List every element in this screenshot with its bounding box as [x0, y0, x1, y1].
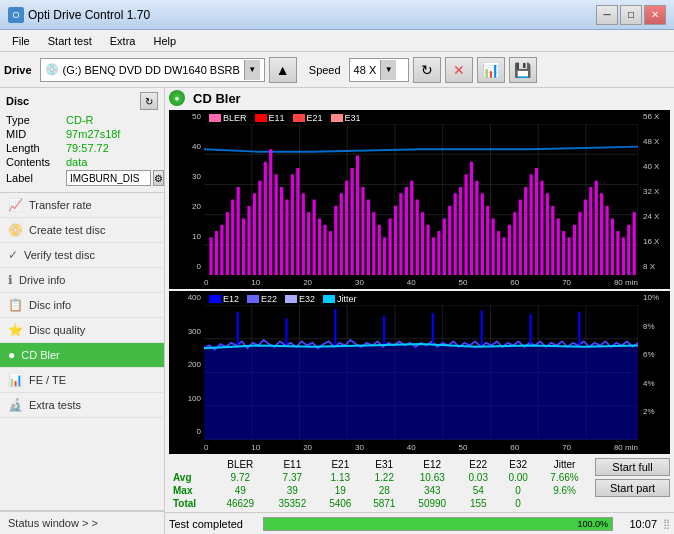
speed-dropdown-arrow[interactable]: ▼ [380, 60, 396, 80]
drive-select[interactable]: 💿 (G:) BENQ DVD DD DW1640 BSRB ▼ [40, 58, 265, 82]
e22-label: E22 [261, 294, 277, 304]
sidebar-item-fe-te[interactable]: 📊 FE / TE [0, 368, 164, 393]
yr-48x: 48 X [640, 137, 670, 146]
svg-rect-20 [237, 187, 240, 275]
speed-select[interactable]: 48 X ▼ [349, 58, 409, 82]
top-chart-y-axis-right: 56 X 48 X 40 X 32 X 24 X 16 X 8 X [640, 110, 670, 273]
total-e12: 50990 [406, 497, 458, 510]
contents-key: Contents [6, 156, 66, 168]
svg-rect-70 [508, 225, 511, 275]
sidebar-item-label-drive-info: Drive info [19, 274, 65, 286]
svg-rect-86 [595, 181, 598, 275]
max-jitter: 9.6% [538, 484, 591, 497]
svg-rect-111 [334, 309, 336, 345]
svg-rect-79 [557, 218, 560, 275]
minimize-button[interactable]: ─ [596, 5, 618, 25]
drive-value: (G:) BENQ DVD DD DW1640 BSRB [63, 64, 240, 76]
y-0: 0 [169, 262, 204, 271]
y-400: 400 [169, 293, 204, 302]
progress-bar-container: 100.0% [263, 517, 613, 531]
th-e32: E32 [498, 458, 538, 471]
label-key: Label [6, 172, 66, 184]
max-e31: 28 [362, 484, 406, 497]
start-full-button[interactable]: Start full [595, 458, 670, 476]
menu-help[interactable]: Help [145, 33, 184, 49]
top-chart-plot [204, 124, 638, 275]
table-wrapper: BLER E11 E21 E31 E12 E22 E32 Jitter [169, 458, 591, 510]
start-part-button[interactable]: Start part [595, 479, 670, 497]
top-chart: BLER E11 E21 E31 [169, 110, 670, 289]
progress-bar-fill [264, 518, 612, 530]
svg-rect-26 [269, 149, 272, 275]
create-test-disc-icon: 📀 [8, 223, 23, 237]
svg-rect-28 [280, 187, 283, 275]
svg-rect-82 [573, 225, 576, 275]
data-table: BLER E11 E21 E31 E12 E22 E32 Jitter [169, 458, 591, 510]
sidebar-item-verify-test-disc[interactable]: ✓ Verify test disc [0, 243, 164, 268]
statusbar: Test completed 100.0% 10:07 ⣿ [165, 512, 674, 534]
sidebar-item-disc-info[interactable]: 📋 Disc info [0, 293, 164, 318]
bottom-chart-y-axis-left: 400 300 200 100 0 [169, 291, 204, 438]
svg-rect-68 [497, 231, 500, 275]
svg-rect-110 [285, 319, 287, 346]
x-80min: 80 min [614, 278, 638, 287]
type-value: CD-R [66, 114, 94, 126]
x-10: 10 [251, 278, 260, 287]
drive-dropdown-arrow[interactable]: ▼ [244, 60, 260, 80]
svg-rect-113 [432, 313, 434, 345]
yr-32x: 32 X [640, 187, 670, 196]
eject-button[interactable]: ▲ [269, 57, 297, 83]
main-content: ● CD Bler BLER E11 [165, 88, 674, 534]
bottom-chart-y-axis-right: 10% 8% 6% 4% 2% [640, 291, 670, 438]
yr-16x: 16 X [640, 237, 670, 246]
sidebar-item-transfer-rate[interactable]: 📈 Transfer rate [0, 193, 164, 218]
save-button[interactable]: 💾 [509, 57, 537, 83]
total-e32: 0 [498, 497, 538, 510]
total-e21: 5406 [318, 497, 362, 510]
svg-rect-112 [383, 316, 385, 346]
disc-refresh-button[interactable]: ↻ [140, 92, 158, 110]
label-input[interactable] [66, 170, 151, 186]
svg-rect-55 [426, 225, 429, 275]
verify-test-disc-icon: ✓ [8, 248, 18, 262]
yr-24x: 24 X [640, 212, 670, 221]
sidebar-item-disc-quality[interactable]: ⭐ Disc quality [0, 318, 164, 343]
label-icon-button[interactable]: ⚙ [153, 170, 164, 186]
svg-rect-23 [253, 193, 256, 275]
svg-rect-83 [578, 212, 581, 275]
e12-label: E12 [223, 294, 239, 304]
clear-button[interactable]: ✕ [445, 57, 473, 83]
total-e11: 35352 [266, 497, 318, 510]
refresh-button[interactable]: ↻ [413, 57, 441, 83]
e32-color [285, 295, 297, 303]
sidebar-item-drive-info[interactable]: ℹ Drive info [0, 268, 164, 293]
sidebar-item-label-fe-te: FE / TE [29, 374, 66, 386]
svg-rect-33 [307, 212, 310, 275]
yr-8pct: 8% [640, 322, 670, 331]
sidebar-item-extra-tests[interactable]: 🔬 Extra tests [0, 393, 164, 418]
bler-label: BLER [223, 113, 247, 123]
sidebar-item-cd-bler[interactable]: ● CD Bler [0, 343, 164, 368]
menu-start-test[interactable]: Start test [40, 33, 100, 49]
menu-extra[interactable]: Extra [102, 33, 144, 49]
sidebar-item-create-test-disc[interactable]: 📀 Create test disc [0, 218, 164, 243]
maximize-button[interactable]: □ [620, 5, 642, 25]
bx-80min: 80 min [614, 443, 638, 452]
yr-56x: 56 X [640, 112, 670, 121]
svg-rect-18 [226, 212, 229, 275]
max-e11: 39 [266, 484, 318, 497]
bx-30: 30 [355, 443, 364, 452]
chart-header-icon: ● [169, 90, 185, 106]
th-empty [169, 458, 214, 471]
status-window-button[interactable]: Status window > > [0, 510, 164, 534]
y-300: 300 [169, 327, 204, 336]
close-button[interactable]: ✕ [644, 5, 666, 25]
chart-button[interactable]: 📊 [477, 57, 505, 83]
svg-rect-91 [622, 237, 625, 275]
titlebar-controls: ─ □ ✕ [596, 5, 666, 25]
svg-rect-17 [220, 225, 223, 275]
svg-rect-63 [470, 162, 473, 275]
x-20: 20 [303, 278, 312, 287]
menu-file[interactable]: File [4, 33, 38, 49]
svg-rect-116 [578, 312, 580, 346]
